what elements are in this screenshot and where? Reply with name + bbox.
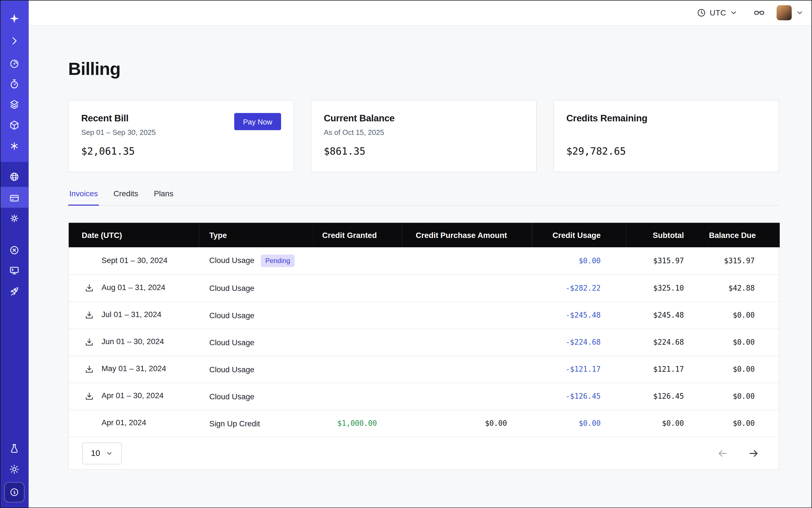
sidebar-item-layers[interactable] [0, 98, 29, 111]
view-mode-button[interactable] [753, 7, 765, 19]
sidebar-item-package[interactable] [0, 119, 29, 131]
timezone-selector[interactable]: UTC [696, 8, 738, 18]
timezone-label: UTC [710, 8, 726, 17]
credits-remaining-card: Credits Remaining $29,782.65 [553, 100, 779, 172]
credit-granted-value [313, 274, 402, 301]
invoice-type: Cloud Usage [209, 392, 254, 400]
credit-granted-value: $1,000.00 [313, 410, 402, 437]
credit-granted-value [313, 247, 402, 274]
credits-remaining-amount: $29,782.65 [566, 145, 766, 157]
invoice-date: Apr 01, 2024 [102, 418, 146, 427]
arrow-left-icon [717, 448, 728, 458]
circle-x-icon [9, 245, 20, 255]
page-size-value: 10 [91, 449, 100, 458]
sidebar-item-settings[interactable] [0, 212, 29, 224]
gear-icon [9, 213, 20, 223]
status-badge: Pending [261, 255, 295, 267]
download-invoice-button[interactable] [84, 391, 95, 401]
package-icon [9, 119, 20, 130]
table-row: Jul 01 – 31, 2024 Cloud Usage -$245.48 $… [69, 301, 780, 328]
invoice-type: Cloud Usage [209, 310, 254, 319]
card-title: Credits Remaining [566, 113, 766, 124]
subtotal-value: $325.10 [626, 274, 709, 301]
table-row: Sept 01 – 30, 2024 Cloud UsagePending $0… [69, 247, 780, 274]
credit-usage-value: -$245.48 [532, 301, 626, 328]
column-header-subtotal: Subtotal [626, 223, 709, 247]
clock-icon [696, 8, 706, 18]
table-footer: 10 [69, 437, 779, 469]
credit-purchase-value: $0.00 [402, 410, 532, 437]
arrow-right-icon [749, 448, 759, 458]
credit-usage-value: -$126.45 [532, 383, 626, 410]
download-invoice-button[interactable] [84, 283, 95, 293]
sidebar-item-deployments[interactable] [0, 285, 29, 297]
tab-invoices[interactable]: Invoices [68, 188, 99, 206]
download-invoice-button[interactable] [84, 337, 95, 347]
download-icon [84, 365, 94, 374]
sidebar-item-timer[interactable] [0, 77, 29, 90]
page-size-select[interactable]: 10 [82, 442, 122, 464]
invoice-rows: Sept 01 – 30, 2024 Cloud UsagePending $0… [69, 247, 780, 437]
invoice-table: Date (UTC) Type Credit Granted Credit Pu… [68, 222, 779, 469]
download-invoice-button[interactable] [84, 365, 95, 374]
table-header-row: Date (UTC) Type Credit Granted Credit Pu… [69, 223, 780, 247]
flask-icon [9, 443, 20, 454]
credit-purchase-value [402, 329, 532, 356]
sidebar-theme-toggle[interactable] [0, 463, 29, 475]
column-header-balance-due: Balance Due [709, 223, 780, 247]
subtotal-value: $315.97 [626, 247, 709, 274]
column-header-date: Date (UTC) [69, 223, 199, 247]
invoice-date: Apr 01 – 30, 2024 [102, 391, 164, 400]
table-row: May 01 – 31, 2024 Cloud Usage -$121.17 $… [69, 356, 780, 383]
invoice-date: May 01 – 31, 2024 [102, 364, 166, 373]
invoice-type: Cloud Usage [209, 284, 254, 292]
card-subtitle: As of Oct 15, 2025 [324, 128, 524, 137]
tab-plans[interactable]: Plans [153, 188, 175, 206]
timer-icon [9, 78, 20, 89]
recent-bill-card: Recent Bill Sep 01 – Sep 30, 2025 $2,061… [68, 100, 294, 172]
download-icon [84, 391, 94, 401]
rocket-icon [9, 286, 20, 297]
credit-usage-value: $0.00 [532, 247, 626, 274]
tab-credits[interactable]: Credits [112, 188, 139, 206]
pagination-controls [717, 448, 759, 458]
recent-bill-amount: $2,061.35 [81, 145, 281, 157]
previous-page-button[interactable] [717, 448, 728, 458]
pay-now-button[interactable]: Pay Now [234, 113, 281, 130]
credit-usage-value: $0.00 [532, 410, 626, 437]
sidebar-expand-button[interactable] [0, 34, 29, 47]
column-header-type: Type [199, 223, 313, 247]
subtotal-value: $0.00 [626, 410, 709, 437]
billing-tabs: Invoices Credits Plans [68, 188, 779, 206]
download-icon [84, 337, 94, 347]
sidebar: $ [0, 0, 29, 508]
logo-icon [9, 13, 20, 24]
sidebar-item-globe[interactable] [0, 170, 29, 183]
goggles-icon [753, 7, 765, 19]
credit-usage-value: -$224.68 [532, 329, 626, 356]
sidebar-item-logo[interactable] [0, 12, 29, 25]
next-page-button[interactable] [749, 448, 759, 458]
credit-usage-value: -$282.22 [532, 274, 626, 301]
column-header-credit-granted: Credit Granted [313, 223, 402, 247]
sun-icon [9, 464, 20, 474]
sidebar-item-health[interactable] [0, 244, 29, 256]
download-icon [84, 283, 94, 293]
sidebar-item-labs[interactable] [0, 442, 29, 455]
credit-granted-value [313, 329, 402, 356]
table-row: Apr 01, 2024 Sign Up Credit $1,000.00 $0… [69, 410, 780, 437]
sidebar-credits-button[interactable]: $ [4, 482, 25, 502]
sidebar-item-asterisk[interactable] [0, 139, 29, 152]
sidebar-item-radar[interactable] [0, 57, 29, 70]
summary-cards: Recent Bill Sep 01 – Sep 30, 2025 $2,061… [68, 100, 779, 172]
sidebar-item-billing[interactable] [0, 192, 29, 204]
download-invoice-button[interactable] [84, 310, 95, 320]
chevron-down-icon [106, 450, 113, 457]
balance-due-value: $0.00 [709, 329, 780, 356]
current-balance-card: Current Balance As of Oct 15, 2025 $861.… [311, 100, 537, 172]
svg-text:$: $ [13, 490, 16, 495]
user-menu[interactable] [776, 5, 804, 20]
invoice-date: Sept 01 – 30, 2024 [102, 256, 168, 264]
radar-icon [9, 58, 20, 69]
sidebar-item-console[interactable] [0, 264, 29, 276]
